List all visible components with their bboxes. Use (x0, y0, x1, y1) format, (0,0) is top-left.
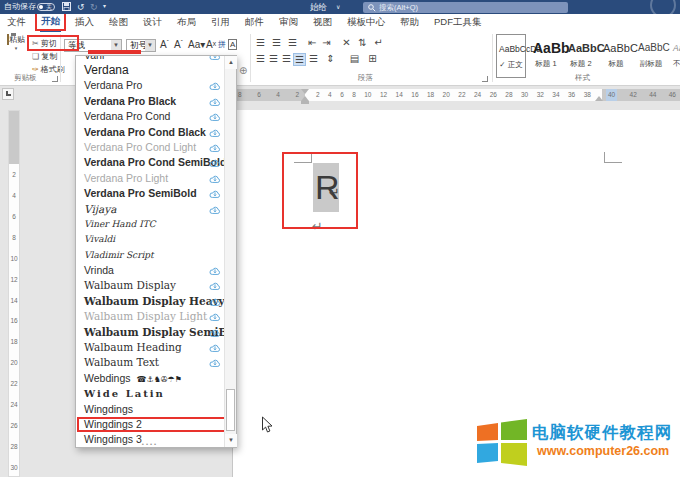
autosave-toggle[interactable]: 关 (37, 3, 55, 11)
ribbon-tab[interactable]: 模板中心 (346, 14, 386, 31)
ribbon-tab[interactable]: 帮助 (399, 14, 420, 31)
asian-layout-icon[interactable]: ✕ (340, 37, 353, 48)
font-list-item[interactable]: Verdana Pro Cond SemiBold (76, 155, 224, 170)
copy-button[interactable]: ❏复制 (32, 51, 57, 62)
vertical-ruler[interactable]: 24681012141618202224262830 (8, 110, 20, 477)
ribbon-tab[interactable]: 开始 (40, 13, 61, 32)
save-icon[interactable] (62, 2, 71, 13)
numbered-list-icon[interactable]: ☰ (270, 37, 283, 48)
font-list-item[interactable]: Verdana Pro Cond Black (76, 125, 224, 140)
dropdown-scrollbar[interactable]: ▲ ▼ (224, 56, 236, 447)
font-list-item[interactable]: Viner Hand ITC (76, 217, 224, 232)
cloud-download-icon (209, 56, 221, 61)
font-list-item[interactable]: Wingdings 2 (76, 417, 224, 432)
font-list-item[interactable]: Verdana Pro (76, 78, 224, 93)
font-list-item[interactable]: Verdana Pro Black (76, 94, 224, 109)
align-right-icon[interactable]: ☰ (280, 53, 293, 64)
ribbon-tab[interactable]: 引用 (210, 14, 231, 31)
font-list-item[interactable]: Walbaum Display SemiBold (76, 325, 224, 340)
ribbon-tabs: 文件 开始 插入 绘图 设计 布局 引用 邮件 审阅 视图 模板中心 帮助 PD… (0, 14, 680, 31)
line-spacing-icon[interactable]: ⇕ (324, 53, 337, 64)
scroll-up-icon[interactable]: ▲ (225, 56, 237, 69)
style-item[interactable]: AaBb 标题 1 (531, 34, 561, 78)
dropdown-resize-grip[interactable]: •••• (76, 442, 224, 447)
undo-icon[interactable]: ↺ (77, 2, 85, 12)
font-list-item[interactable]: Vivaldi (76, 232, 224, 247)
cloud-download-icon (209, 205, 221, 215)
font-list-item-partial[interactable]: Vani (76, 56, 224, 63)
left-indent-marker[interactable] (301, 101, 309, 104)
paste-dropdown-icon[interactable]: ▾ (4, 45, 28, 51)
decrease-indent-icon[interactable]: ⇤ (306, 37, 319, 48)
ruler-number: 42 (630, 89, 637, 101)
clipboard-dialog-launcher[interactable] (52, 76, 58, 82)
increase-indent-icon[interactable]: ⇥ (320, 37, 333, 48)
show-marks-icon[interactable]: ↵ (372, 37, 385, 48)
ruler-right-margin[interactable]: 40424446 (602, 89, 680, 101)
font-list-item[interactable]: Walbaum Text (76, 355, 224, 370)
font-list-item[interactable]: Vijaya (76, 202, 224, 217)
font-list-item[interactable]: Verdana (76, 63, 224, 78)
shading-icon[interactable]: ▤ (348, 53, 361, 64)
search-input[interactable]: 搜索(Alt+Q) (363, 2, 568, 13)
ruler-left-margin[interactable]: 8642 (232, 89, 305, 101)
paragraph-dialog-launcher[interactable] (482, 76, 488, 82)
enclose-char-icon[interactable]: ⊕ (239, 65, 247, 76)
font-list-item[interactable]: Walbaum Heading (76, 340, 224, 355)
shrink-font-icon[interactable]: Aˇ (174, 39, 183, 50)
document-title: 始给 (310, 0, 327, 14)
paste-button[interactable]: 粘贴 ▾ (4, 34, 28, 74)
bullet-list-icon[interactable]: ☰ (254, 37, 267, 48)
qat-customize-icon[interactable]: ▾ (103, 2, 106, 9)
ruler-number: 24 (10, 401, 17, 408)
styles-group-label: 样式 (575, 73, 590, 83)
grow-font-icon[interactable]: Aˆ (160, 39, 169, 50)
char-border-icon[interactable]: A (228, 39, 237, 50)
font-list-item[interactable]: Wide Latin (76, 386, 224, 401)
change-case-icon[interactable]: Aa▾ (188, 39, 205, 50)
ribbon-tab[interactable]: 插入 (74, 14, 95, 31)
align-center-icon[interactable]: ☰ (267, 53, 280, 64)
style-item[interactable]: AaBbCcDd ✓ 正文 (496, 34, 526, 78)
title-caret-icon[interactable]: ∨ (336, 0, 340, 14)
tab-selector[interactable] (2, 88, 14, 100)
font-size-dropdown-icon[interactable]: ▼ (145, 40, 155, 51)
font-list-item[interactable]: Wingdings (76, 402, 224, 417)
scrollbar-thumb[interactable] (226, 389, 235, 431)
phonetic-guide-icon[interactable]: 拼 (218, 39, 226, 50)
clear-format-icon[interactable]: Aˣ (206, 39, 216, 50)
font-list-item[interactable]: Vrinda (76, 263, 224, 278)
ribbon-tab[interactable]: PDF工具集 (433, 14, 483, 31)
font-list-item[interactable]: Verdana Pro Cond Light (76, 140, 224, 155)
ruler-text-area[interactable]: 2468101214161820222426283032343638 (305, 89, 602, 101)
font-list-item[interactable]: Webdings☎⚓♞✇☂⚑ (76, 371, 224, 386)
borders-icon[interactable]: ⊞ (366, 53, 379, 64)
font-list-item[interactable]: Verdana Pro Light (76, 171, 224, 186)
right-indent-marker[interactable] (595, 96, 603, 101)
justify-icon[interactable]: ☰ (293, 53, 306, 66)
font-list-item[interactable]: Vladimir Script (76, 248, 224, 263)
font-list-item[interactable]: Walbaum Display (76, 278, 224, 293)
ribbon-tab[interactable]: 视图 (312, 14, 333, 31)
style-item[interactable]: AaBbC 标题 2 (566, 34, 596, 78)
ribbon-tab[interactable]: 文件 (6, 14, 27, 31)
ribbon-tab[interactable]: 设计 (142, 14, 163, 31)
ruler-number: 34 (552, 89, 559, 101)
first-line-indent-marker[interactable] (301, 89, 309, 94)
style-item[interactable]: AaBbC 副标题 (636, 34, 666, 78)
style-item[interactable]: AaBbC 标题 (601, 34, 631, 78)
distribute-icon[interactable]: ☰ (307, 53, 320, 64)
font-list-item[interactable]: Verdana Pro Cond (76, 109, 224, 124)
font-list-item[interactable]: Walbaum Display Light (76, 309, 224, 324)
ribbon-tab[interactable]: 审阅 (278, 14, 299, 31)
sort-icon[interactable]: ⇅ (356, 37, 369, 48)
font-list-item[interactable]: Walbaum Display Heavy (76, 294, 224, 309)
ribbon-tab[interactable]: 布局 (176, 14, 197, 31)
align-left-icon[interactable]: ☰ (254, 53, 267, 64)
ribbon-tab[interactable]: 绘图 (108, 14, 129, 31)
multilevel-list-icon[interactable]: ☰ (286, 37, 299, 48)
style-item[interactable]: AaBbCcD 不明显强调 (671, 34, 680, 78)
scroll-down-icon[interactable]: ▼ (225, 434, 237, 447)
ribbon-tab[interactable]: 邮件 (244, 14, 265, 31)
font-list-item[interactable]: Verdana Pro SemiBold (76, 186, 224, 201)
